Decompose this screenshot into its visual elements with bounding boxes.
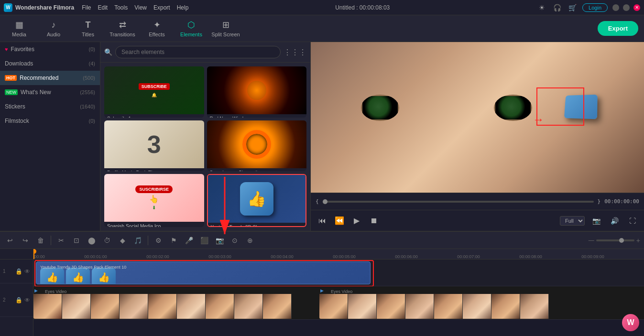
search-bar: 🔍 ⋮⋮⋮ — [100, 42, 310, 63]
track-lock-icon[interactable]: 🔒 — [15, 268, 22, 275]
flag-button[interactable]: ⚑ — [167, 234, 180, 247]
transitions-icon: ⇄ — [119, 20, 126, 30]
media-icon: ▦ — [15, 20, 23, 30]
track-label-1: 1 🔒 👁 — [0, 260, 33, 283]
cut-button[interactable]: ✂ — [55, 234, 67, 247]
sun-icon-btn[interactable]: ☀ — [536, 2, 547, 13]
search-input[interactable] — [115, 46, 281, 58]
timeline-area: ↩ ↪ 🗑 ✂ ⊡ ⬤ ⏱ ◆ 🎵 ⚙ ⚑ 🎤 ⬛ 📷 ⊙ ⊕ — + 1 — [0, 231, 644, 336]
login-button[interactable]: Login — [582, 3, 608, 12]
stop-button[interactable]: ⏹ — [367, 214, 381, 228]
toolbar-media[interactable]: ▦ Media — [2, 16, 36, 41]
menu-help[interactable]: Help — [177, 4, 189, 11]
track-eye-icon[interactable]: 👁 — [24, 268, 30, 275]
snapshot-button[interactable]: 📷 — [589, 214, 603, 228]
menu-bar: File Edit Tools View Export Help — [82, 4, 188, 11]
scrubber[interactable] — [323, 201, 594, 203]
quality-select[interactable]: Full — [560, 216, 585, 226]
ruler-mark-9: 00:00:09:00 — [581, 254, 604, 259]
audio-icon: ♪ — [52, 20, 56, 30]
toolbar-split-screen[interactable]: ⊞ Split Screen — [208, 16, 243, 41]
eye-left — [361, 95, 399, 121]
zoom-track[interactable] — [596, 239, 634, 241]
toolbar-elements[interactable]: ⬡ Elements — [174, 16, 208, 41]
circle-button[interactable]: ⊙ — [229, 234, 241, 247]
title-display: Untitled : 00:00:08:03 — [335, 4, 390, 11]
element-card-youtube[interactable]: 👍 Youtube Trendy 3D Sh... — [207, 174, 307, 227]
stabilize-button[interactable]: ⊕ — [244, 234, 256, 247]
timeline-content: 1 🔒 👁 2 🔒 👁 00:00:00:00 00:00:01:00 — [0, 249, 644, 336]
split-screen-icon: ⊞ — [222, 20, 229, 30]
zoom-slider: — + — [589, 237, 640, 244]
sidebar-item-filmstock[interactable]: Filmstock (0) — [0, 114, 100, 128]
zoom-out-icon[interactable]: — — [589, 237, 594, 244]
element-card-social[interactable]: SUSCRIBIRSE 👆 ⬇ Spanish Social Media Ico… — [104, 174, 204, 227]
volume-button[interactable]: 🔊 — [608, 214, 621, 228]
audio-button[interactable]: 🎵 — [131, 234, 144, 247]
color-button[interactable]: ⬤ — [86, 234, 98, 247]
play-button[interactable]: ▶ — [350, 214, 363, 228]
main-toolbar: ▦ Media ♪ Audio T Titles ⇄ Transitions ✦… — [0, 15, 644, 42]
timeline-tracks[interactable]: 00:00:00:00 00:00:01:00 00:00:02:00 00:0… — [33, 249, 644, 336]
undo-button[interactable]: ↩ — [4, 234, 16, 247]
menu-view[interactable]: View — [134, 4, 147, 11]
track-2-eye-icon[interactable]: 👁 — [24, 297, 30, 303]
zoom-in-icon[interactable]: + — [636, 237, 640, 244]
sidebar-item-whats-new[interactable]: NEW What's New (2556) — [0, 85, 100, 99]
element-card-subscribe1[interactable]: SUBSCRIBE 🔔 Subscribe1 — [104, 66, 204, 118]
delete-button[interactable]: 🗑 — [34, 234, 47, 247]
element-card-neon[interactable]: Red Neon Winds — [207, 66, 307, 118]
video-clip-2-label: Eyes Video — [329, 288, 354, 295]
cart-icon-btn[interactable]: 🛒 — [567, 2, 578, 13]
crop-button[interactable]: ⊡ — [70, 234, 83, 247]
stickers-count: (1640) — [80, 104, 95, 109]
playhead[interactable] — [33, 249, 34, 259]
ruler-mark-8: 00:00:08:00 — [519, 254, 542, 259]
camera-button[interactable]: 📷 — [213, 234, 226, 247]
settings-button[interactable]: ⚙ — [152, 234, 164, 247]
menu-file[interactable]: File — [82, 4, 91, 11]
video-clip-1[interactable]: ▶ Eyes Video — [33, 287, 311, 319]
mic-button[interactable]: 🎤 — [183, 234, 195, 247]
sidebar-item-stickers[interactable]: Stickers (1640) — [0, 99, 100, 114]
element-card-profile[interactable]: 3 Profile Movie Pack Elem... — [104, 120, 204, 172]
export-button[interactable]: Export — [598, 21, 638, 36]
menu-tools[interactable]: Tools — [114, 4, 128, 11]
sidebar-item-recommended[interactable]: HOT Recommended (500) — [0, 71, 100, 85]
profile-label: Profile Movie Pack Elem... — [104, 168, 204, 172]
titlebar-right: ☀ 🎧 🛒 Login — □ ✕ — [536, 2, 640, 13]
maximize-button[interactable]: □ — [623, 4, 630, 11]
sidebar-item-downloads[interactable]: Downloads (4) — [0, 56, 100, 71]
step-back-button[interactable]: ⏪ — [333, 214, 346, 228]
toolbar-audio[interactable]: ♪ Audio — [36, 16, 71, 41]
toolbar-effects-label: Effects — [149, 32, 164, 37]
element-card-superheroes[interactable]: Superheroes Cinematic ... — [207, 120, 307, 172]
toolbar-transitions[interactable]: ⇄ Transitions — [105, 16, 140, 41]
toolbar-titles[interactable]: T Titles — [71, 16, 105, 41]
whats-new-label: What's New — [21, 89, 51, 96]
rewind-button[interactable]: ⏮ — [316, 214, 329, 228]
element-clip[interactable]: Youtube Trendy 3D Shapes Pack Element 10… — [36, 261, 371, 284]
toolbar-effects[interactable]: ✦ Effects — [140, 16, 174, 41]
video-clip-2[interactable]: ▶ Eyes Video — [319, 287, 558, 319]
clip-gap — [311, 287, 319, 319]
headphone-icon-btn[interactable]: 🎧 — [552, 2, 562, 13]
menu-edit[interactable]: Edit — [98, 4, 108, 11]
timer-button[interactable]: ⏱ — [101, 234, 113, 247]
superheroes-thumb — [207, 120, 307, 168]
keyframe-button[interactable]: ◆ — [116, 234, 129, 247]
pip-button[interactable]: ⬛ — [198, 234, 210, 247]
track-2-icons: 🔒 👁 — [15, 297, 30, 303]
minimize-button[interactable]: — — [612, 4, 619, 11]
social-thumb: SUSCRIBIRSE 👆 ⬇ — [104, 174, 204, 222]
menu-export[interactable]: Export — [153, 4, 170, 11]
fullscreen-button[interactable]: ⛶ — [626, 214, 639, 228]
close-button[interactable]: ✕ — [633, 4, 640, 11]
track-2-lock-icon[interactable]: 🔒 — [15, 297, 22, 303]
time-display: 00:00:00:00 — [604, 198, 639, 205]
sidebar-item-favorites[interactable]: ♥ Favorites (0) — [0, 42, 100, 56]
vframe2-6 — [463, 294, 491, 319]
social-down: ⬇ — [152, 205, 156, 210]
grid-menu-icon[interactable]: ⋮⋮⋮ — [284, 48, 306, 57]
redo-button[interactable]: ↪ — [19, 234, 32, 247]
